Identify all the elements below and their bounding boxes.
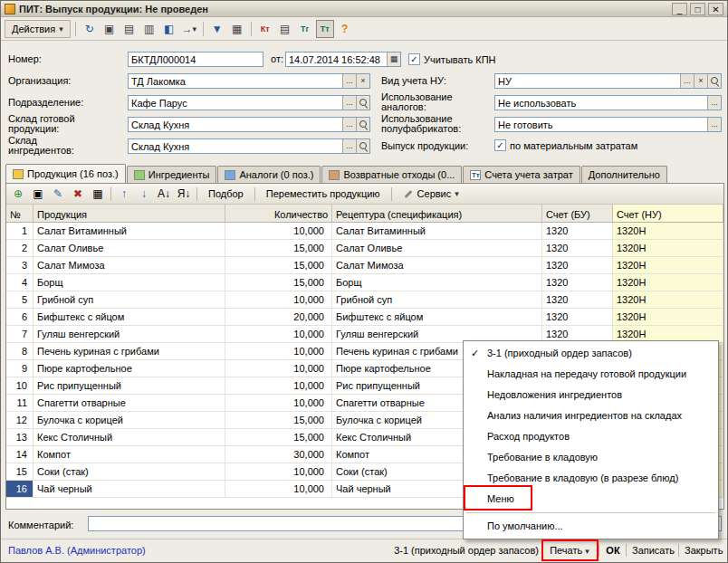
cell-account-nu[interactable]: 1320Н — [613, 257, 723, 273]
move-down-icon[interactable]: ↓ — [135, 186, 153, 203]
cell-account-bu[interactable]: 1320 — [542, 274, 613, 291]
cell-quantity[interactable]: 10,000 — [225, 343, 332, 359]
tab-analogs[interactable]: Аналоги (0 поз.) — [217, 166, 321, 183]
cell-product[interactable]: Грибной суп — [34, 291, 225, 308]
tab-additional[interactable]: Дополнительно — [581, 166, 667, 183]
cell-product[interactable]: Компот — [34, 446, 225, 463]
number-field[interactable] — [129, 52, 263, 66]
add-row-icon[interactable]: ⊕ — [9, 186, 27, 203]
cell-product[interactable]: Борщ — [34, 274, 225, 291]
cell-product[interactable]: Салат Оливье — [34, 240, 225, 256]
print-menu-item-waybill[interactable]: Накладная на передачу готовой продукции — [464, 364, 718, 385]
minimize-icon[interactable]: _ — [672, 3, 687, 15]
cell-row-number[interactable]: 15 — [6, 463, 34, 480]
date-field[interactable] — [286, 52, 387, 66]
tab-ingredients[interactable]: Ингредиенты — [127, 166, 217, 183]
copy-row-icon[interactable]: ▣ — [29, 186, 47, 203]
cost-accounts-toggle-icon[interactable]: Тт — [316, 20, 334, 38]
kpn-checkbox[interactable]: ✓ — [408, 53, 420, 65]
select-ellipsis-icon[interactable]: ... — [680, 74, 694, 88]
col-header-account-nu[interactable]: Счет (НУ) — [613, 205, 723, 222]
refresh-icon[interactable]: ↻ — [81, 20, 99, 38]
cell-product[interactable]: Булочка с корицей — [34, 412, 225, 428]
cell-row-number[interactable]: 7 — [6, 326, 34, 342]
magnifier-icon[interactable] — [356, 139, 369, 153]
cell-quantity[interactable]: 15,000 — [225, 240, 332, 256]
tab-products[interactable]: Продукция (16 поз.) — [5, 164, 126, 183]
col-header-num[interactable]: № — [6, 205, 34, 222]
cell-quantity[interactable]: 10,000 — [225, 360, 332, 377]
cell-row-number[interactable]: 3 — [6, 257, 34, 273]
cell-account-bu[interactable]: 1320 — [542, 291, 613, 308]
organization-field[interactable] — [129, 74, 342, 88]
service-menu-button[interactable]: Сервис ▾ — [396, 186, 466, 202]
help-icon[interactable]: ? — [336, 20, 354, 38]
select-ellipsis-icon[interactable]: ... — [707, 118, 721, 131]
cell-row-number-selected[interactable]: 16 — [6, 481, 34, 497]
move-up-icon[interactable]: ↑ — [115, 186, 133, 203]
department-field[interactable] — [129, 96, 342, 110]
cell-quantity[interactable]: 15,000 — [225, 412, 332, 428]
select-ellipsis-icon[interactable]: ... — [342, 139, 356, 153]
cell-quantity[interactable]: 15,000 — [225, 257, 332, 273]
user-link[interactable]: Павлов А.В. (Администратор) — [8, 545, 146, 556]
print-menu-item-menu[interactable]: Меню — [464, 489, 718, 510]
cell-recipe[interactable]: Салат Оливье — [332, 240, 542, 256]
edit-row-icon[interactable]: ✎ — [49, 186, 67, 203]
cell-row-number[interactable]: 14 — [6, 446, 34, 463]
goto-icon[interactable]: →▾ — [180, 20, 198, 38]
cell-recipe[interactable]: Борщ — [332, 274, 542, 291]
cell-recipe[interactable]: Салат Витаминный — [332, 223, 542, 239]
nu-kind-field[interactable] — [495, 74, 680, 88]
tab-return-waste[interactable]: Возвратные отходы (0... — [321, 166, 462, 183]
cell-row-number[interactable]: 6 — [6, 309, 34, 325]
cell-account-nu[interactable]: 1320Н — [613, 240, 723, 256]
filter-icon[interactable]: ▼ — [208, 20, 226, 38]
semifinished-usage-field[interactable] — [495, 118, 707, 131]
cell-recipe[interactable]: Бифштекс с яйцом — [332, 309, 542, 325]
cell-quantity[interactable]: 20,000 — [225, 309, 332, 325]
cell-recipe[interactable]: Грибной суп — [332, 291, 542, 308]
print-menu-item-order[interactable]: ✓ 3-1 (приходный ордер запасов) — [464, 343, 718, 364]
ok-button[interactable]: ОК — [601, 541, 625, 559]
copy-icon[interactable]: ▣ — [101, 20, 119, 38]
cell-product[interactable]: Чай черный — [34, 481, 225, 497]
dt-kt-icon[interactable]: Кт — [256, 20, 274, 38]
select-ellipsis-icon[interactable]: ... — [707, 96, 721, 110]
cell-product[interactable]: Гуляш венгерский — [34, 326, 225, 342]
clipboard-icon[interactable]: ▥ — [140, 20, 158, 38]
actions-menu-button[interactable]: Действия ▾ — [5, 20, 71, 38]
print-menu-item-pantry-request[interactable]: Требование в кладовую — [464, 447, 718, 468]
clear-icon[interactable]: × — [356, 74, 369, 88]
cell-quantity[interactable]: 10,000 — [225, 291, 332, 308]
magnifier-icon[interactable] — [707, 74, 721, 88]
cell-row-number[interactable]: 5 — [6, 291, 34, 308]
related-documents-icon[interactable]: ◧ — [160, 20, 178, 38]
cell-quantity[interactable]: 10,000 — [225, 481, 332, 497]
set-order-icon[interactable]: ▦ — [89, 186, 107, 203]
select-ellipsis-icon[interactable]: ... — [342, 96, 356, 110]
cell-product[interactable]: Печень куриная с грибами — [34, 343, 225, 359]
cell-quantity[interactable]: 10,000 — [225, 326, 332, 342]
close-button[interactable]: Закрыть — [681, 541, 724, 559]
magnifier-icon[interactable] — [356, 96, 369, 110]
maximize-icon[interactable]: □ — [690, 3, 705, 15]
cell-row-number[interactable]: 10 — [6, 377, 34, 394]
cell-product[interactable]: Спагетти отварные — [34, 395, 225, 411]
cell-quantity[interactable]: 10,000 — [225, 463, 332, 480]
podbor-button[interactable]: Подбор — [201, 186, 251, 202]
print-menu-item-shortfall[interactable]: Недовложения ингредиентов — [464, 385, 718, 406]
print-menu-item-product-consumption[interactable]: Расход продуктов — [464, 426, 718, 447]
col-header-product[interactable]: Продукция — [34, 205, 225, 222]
cell-product[interactable]: Салат Мимоза — [34, 257, 225, 273]
sort-ascending-icon[interactable]: А↓ — [155, 186, 173, 203]
cell-row-number[interactable]: 2 — [6, 240, 34, 256]
cell-product[interactable]: Пюре картофельное — [34, 360, 225, 377]
cell-row-number[interactable]: 13 — [6, 429, 34, 445]
print-menu-item-default[interactable]: По умолчанию... — [464, 516, 718, 537]
cell-account-bu[interactable]: 1320 — [542, 223, 613, 239]
move-products-button[interactable]: Переместить продукцию — [259, 186, 388, 202]
cell-account-nu[interactable]: 1320Н — [613, 309, 723, 325]
output-mode-checkbox[interactable]: ✓ — [494, 139, 506, 151]
cell-row-number[interactable]: 9 — [6, 360, 34, 377]
